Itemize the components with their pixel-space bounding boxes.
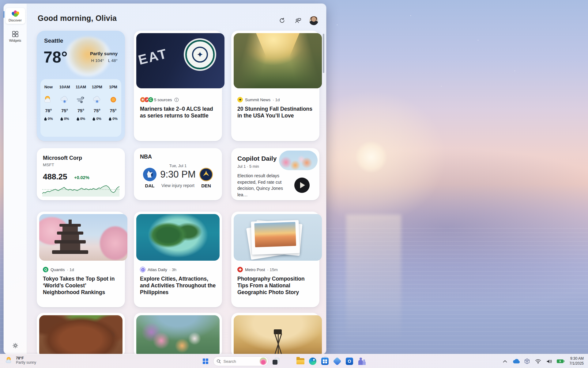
refresh-button[interactable] [277, 16, 287, 25]
mountain-right [276, 33, 322, 88]
onedrive-button[interactable] [512, 358, 520, 365]
microsoft-store-button[interactable] [320, 357, 330, 366]
droplet-icon [92, 117, 95, 121]
source-row: Atlas Daily · 3h [140, 267, 217, 272]
forecast-hour: 11AM 75° 0% [73, 79, 89, 137]
copilot-daily-card[interactable]: Copilot Daily Jul 1 · 5 min Election res… [231, 148, 319, 200]
sidebar-item-widgets[interactable]: Widgets [6, 28, 25, 44]
settings-button[interactable] [4, 343, 27, 349]
team-away: DEN [197, 168, 215, 188]
volume-button[interactable] [545, 358, 553, 365]
photo-print-top [251, 220, 300, 255]
philippines-islands-image [136, 214, 220, 261]
edge-browser-button[interactable] [308, 357, 317, 366]
taskbar-weather-temp: 78°F [16, 356, 36, 360]
droplet-icon [77, 117, 79, 121]
chevron-up-icon [503, 360, 507, 363]
task-view-icon [273, 358, 279, 365]
copilot-app-button[interactable] [284, 357, 293, 366]
weather-low: L 48° [108, 58, 118, 63]
teams-button[interactable] [357, 357, 366, 366]
edge-icon [309, 358, 316, 365]
mavericks-logo-icon [143, 168, 156, 181]
hour-label: 11AM [76, 85, 86, 89]
discover-label: Discover [6, 18, 25, 22]
headline: Tokyo Takes the Top Spot in ‘World’s Coo… [43, 275, 120, 296]
forecast-hour: Now 78° 0% [40, 79, 57, 137]
active-indicator [4, 11, 4, 18]
weather-card[interactable]: Seattle 78° Partly sunny H 104° L 48° No… [37, 31, 125, 141]
gear-icon [12, 343, 18, 349]
nba-game-card[interactable]: NBA Tue, Jul 1 9:30 PM View injury repor… [134, 148, 222, 200]
quantis-icon: Q [43, 267, 48, 272]
mariners-image: EAT ✦ [136, 33, 224, 88]
news-card-fall-destinations[interactable]: ✦ Summit News · 1d 20 Stunning Fall Dest… [231, 31, 319, 141]
source-icons: ☀ ↗ C [140, 97, 152, 102]
news-card-partial-flowers[interactable] [134, 313, 222, 354]
team-home: DAL [141, 168, 159, 188]
battery-charging-icon [557, 359, 564, 363]
folder-icon [296, 358, 304, 364]
taskbar-weather-widget[interactable]: 78°F Partly sunny [3, 355, 38, 365]
news-card-partial-field[interactable] [231, 313, 319, 354]
news-card-mariners[interactable]: EAT ✦ ☀ ↗ C 5 sources Mariners take 2–0 … [134, 31, 222, 141]
greeting-title: Good morning, Olivia [38, 14, 117, 23]
desktop: Discover Widgets [0, 0, 588, 368]
user-avatar[interactable] [309, 16, 318, 25]
pagoda-spire [69, 220, 72, 224]
m365-copilot-button[interactable] [333, 357, 342, 366]
source-row: ☀ ↗ C 5 sources [140, 97, 217, 102]
news-card-philippines[interactable]: Atlas Daily · 3h Explore Cities, Attract… [134, 212, 222, 307]
file-explorer-button[interactable] [296, 357, 305, 366]
hour-precip: 0% [77, 117, 85, 121]
m365-diamond-icon [333, 357, 341, 366]
search-input[interactable] [224, 359, 257, 364]
widgets-panel: Discover Widgets [4, 4, 326, 354]
news-card-tokyo[interactable]: Q Quantis · 1d Tokyo Takes the Top Spot … [37, 212, 125, 307]
hour-label: Now [44, 85, 53, 89]
info-icon[interactable] [174, 98, 179, 102]
weather-high-low: H 104° L 48° [91, 58, 118, 63]
weather-current-temp: 78° [43, 48, 68, 66]
stock-change: +0.02% [74, 175, 89, 180]
source-name: Summit News [245, 98, 270, 102]
sidebar-item-discover[interactable]: Discover [6, 8, 25, 24]
task-view-button[interactable] [271, 357, 281, 366]
wifi-button[interactable] [534, 358, 542, 365]
hourly-forecast: Now 78° 0% 10AM 75° [40, 79, 121, 137]
team-home-code: DAL [141, 183, 159, 188]
onedrive-cloud-icon [512, 359, 520, 364]
article-age: · 1d [273, 98, 280, 102]
mariners-logo: ✦ [185, 40, 215, 69]
droplet-icon [44, 117, 47, 121]
environment-button[interactable] [523, 358, 531, 365]
widgets-sidebar: Discover Widgets [4, 4, 27, 354]
battery-button[interactable] [556, 358, 564, 365]
news-card-photography[interactable]: ✚ Metro Post · 15m Photography Compositi… [231, 212, 319, 307]
metro-post-icon: ✚ [237, 267, 243, 272]
panel-scrollbar[interactable] [323, 34, 324, 73]
clock[interactable]: 9:30 AM 7/1/2025 [567, 356, 586, 366]
hour-temp: 78° [45, 108, 52, 113]
article-age: · 3h [169, 267, 176, 272]
copilot-daily-meta: Jul 1 · 5 min [237, 164, 259, 169]
sun-cloud-icon [43, 94, 54, 105]
forecast-hour: 12PM 75° 0% [89, 79, 105, 137]
outlook-button[interactable] [345, 357, 354, 366]
tray-overflow-button[interactable] [501, 358, 509, 365]
tripod-leg [278, 333, 279, 354]
play-button[interactable] [294, 178, 310, 193]
pagoda-level [62, 227, 78, 232]
news-card-partial-food[interactable] [37, 313, 125, 354]
source-name: Metro Post [245, 267, 265, 272]
outlook-icon [346, 358, 353, 365]
start-button[interactable] [201, 357, 210, 366]
stock-card-msft[interactable]: Microsoft Corp MSFT 488.25 +0.02% [37, 148, 125, 200]
feedback-button[interactable] [293, 16, 303, 25]
weather-high: H 104° [91, 58, 104, 63]
search-icon [217, 359, 221, 364]
hour-temp: 75° [94, 108, 100, 113]
snow-cloud-icon [92, 94, 102, 105]
jersey-letters: EAT [137, 46, 169, 68]
taskbar-search[interactable] [213, 356, 268, 366]
